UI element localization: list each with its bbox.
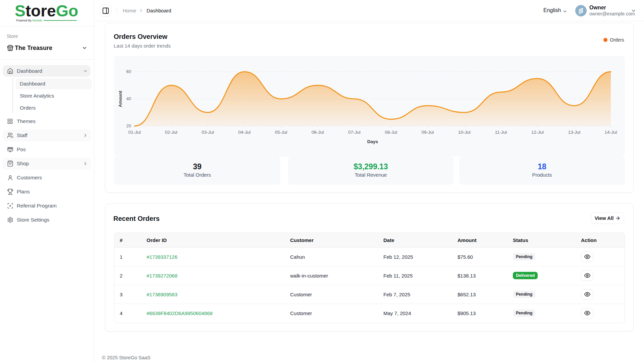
svg-text:60: 60 — [126, 69, 131, 74]
svg-text:06-Jul: 06-Jul — [312, 130, 324, 135]
svg-text:13-Jul: 13-Jul — [568, 130, 580, 135]
svg-text:14-Jul: 14-Jul — [605, 130, 617, 135]
svg-text:03-Jul: 03-Jul — [202, 130, 214, 135]
svg-text:12-Jul: 12-Jul — [531, 130, 544, 135]
svg-text:20: 20 — [126, 123, 131, 128]
svg-text:02-Jul: 02-Jul — [165, 130, 177, 135]
svg-text:01-Jul: 01-Jul — [128, 130, 141, 135]
svg-text:Days: Days — [367, 139, 378, 144]
svg-text:Amount: Amount — [118, 90, 123, 107]
svg-text:08-Jul: 08-Jul — [385, 130, 397, 135]
svg-text:10-Jul: 10-Jul — [458, 130, 471, 135]
svg-text:05-Jul: 05-Jul — [275, 130, 287, 135]
svg-text:11-Jul: 11-Jul — [495, 130, 507, 135]
svg-text:40: 40 — [126, 96, 131, 101]
svg-text:07-Jul: 07-Jul — [348, 130, 361, 135]
svg-text:04-Jul: 04-Jul — [238, 130, 251, 135]
svg-text:09-Jul: 09-Jul — [421, 130, 434, 135]
